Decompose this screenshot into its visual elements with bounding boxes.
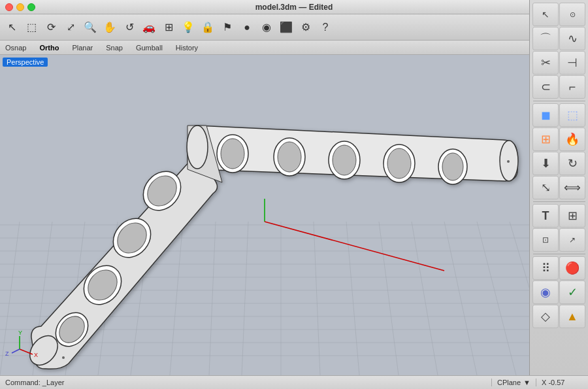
svg-line-16 xyxy=(170,222,183,375)
svg-line-17 xyxy=(209,222,216,375)
svg-text:Z: Z xyxy=(5,350,9,357)
mirror-btn[interactable]: ⟺ xyxy=(559,176,585,199)
viewport[interactable]: Perspective xyxy=(0,55,529,375)
tool-btn-6[interactable]: ↺ xyxy=(120,18,139,37)
viewport-label: Perspective xyxy=(3,58,48,67)
svg-point-35 xyxy=(278,142,301,172)
panel-divider xyxy=(533,201,585,202)
toolbar: ↖⬚⟳⤢🔍✋↺🚗⊞💡🔒⚑●◉⬛⚙? xyxy=(0,14,529,41)
svg-line-18 xyxy=(242,222,248,375)
rotate3d-btn[interactable]: ↻ xyxy=(559,152,585,175)
titlebar: model.3dm — Edited xyxy=(0,0,588,14)
text-btn[interactable]: T xyxy=(532,204,559,228)
statusbar-item-history[interactable]: History xyxy=(176,44,198,52)
statusbar-item-planar[interactable]: Planar xyxy=(72,44,93,52)
tool-btn-5[interactable]: ✋ xyxy=(101,18,119,37)
group-red-btn[interactable]: 🔴 xyxy=(559,256,585,280)
scale-btn[interactable]: ⤡ xyxy=(532,176,559,199)
tool-btn-13[interactable]: ◉ xyxy=(257,18,276,37)
panel-divider xyxy=(533,101,585,101)
tool-btn-14[interactable]: ⬛ xyxy=(277,18,295,37)
tool-btn-2[interactable]: ⟳ xyxy=(42,18,60,37)
curve-btn[interactable]: ⌒ xyxy=(532,27,559,50)
svg-line-24 xyxy=(444,222,477,375)
tool-btn-11[interactable]: ⚑ xyxy=(218,18,237,37)
svg-line-28 xyxy=(265,222,444,271)
mesh-btn[interactable]: ⊞ xyxy=(532,127,559,151)
tool-btn-1[interactable]: ⬚ xyxy=(22,18,41,37)
right-panel-row: ⊂ ⌐ xyxy=(531,75,587,99)
traffic-lights xyxy=(5,3,35,11)
trim-btn[interactable]: ✂ xyxy=(532,51,559,75)
tool-btn-8[interactable]: ⊞ xyxy=(159,18,178,37)
right-panel-row: ⬇ ↻ xyxy=(531,152,587,175)
statusbar-item-ortho[interactable]: Ortho xyxy=(39,44,59,52)
svg-text:X: X xyxy=(34,352,38,358)
right-panel-row: ⊡ ↗ xyxy=(531,228,587,252)
svg-line-25 xyxy=(477,222,516,375)
tool-btn-12[interactable]: ● xyxy=(238,18,256,37)
solid-btn[interactable]: ◼ xyxy=(532,103,559,127)
command-label: Command: _Layer xyxy=(0,379,491,386)
array-btn[interactable]: ⠿ xyxy=(532,256,559,280)
cplane-dropdown-icon[interactable]: ▼ xyxy=(523,379,531,386)
svg-line-22 xyxy=(379,222,399,375)
offset-btn[interactable]: ⊂ xyxy=(532,75,559,99)
right-panel-row: ⠿ 🔴 xyxy=(531,256,587,280)
tool-btn-3[interactable]: ⤢ xyxy=(61,18,80,37)
right-panel-row: ⤡ ⟺ xyxy=(531,176,587,199)
svg-point-41 xyxy=(442,153,463,180)
statusbar-item-gumball[interactable]: Gumball xyxy=(136,44,163,52)
svg-line-23 xyxy=(412,222,438,375)
right-panel-row: ◼ ⬚ xyxy=(531,103,587,127)
coordinates: X -0.57 xyxy=(542,379,564,386)
cplane-section: CPlane ▼ xyxy=(491,379,536,386)
maximize-button[interactable] xyxy=(27,3,35,11)
tool-btn-4[interactable]: 🔍 xyxy=(81,18,99,37)
right-panel-row: ◇ ▲ xyxy=(531,305,587,328)
close-button[interactable] xyxy=(5,3,13,11)
move-btn[interactable]: ⬇ xyxy=(532,152,559,175)
bottombar: Command: _Layer CPlane ▼ X -0.57 xyxy=(0,375,588,389)
statusbar-item-snap[interactable]: Snap xyxy=(106,44,123,52)
cplane-label: CPlane xyxy=(497,379,521,386)
extend-btn[interactable]: ⊣ xyxy=(559,51,585,75)
tool-btn-15[interactable]: ⚙ xyxy=(297,18,315,37)
svg-point-29 xyxy=(187,126,208,169)
check-btn[interactable]: ✓ xyxy=(559,280,585,304)
tool-btn-0[interactable]: ↖ xyxy=(3,18,21,37)
right-panel-row: ◉ ✓ xyxy=(531,280,587,304)
render-btn[interactable]: ◉ xyxy=(532,280,559,304)
dim-btn[interactable]: ⊡ xyxy=(532,228,559,252)
svg-point-51 xyxy=(507,160,510,163)
right-panel: ↖ ⊙ ⌒ ∿ ✂ ⊣ ⊂ ⌐ ◼ ⬚ ⊞ 🔥 ⬇ ↻ ⤡ ⟺ T ⊞ ⊡ ↗ … xyxy=(529,0,588,375)
triangle-btn[interactable]: ▲ xyxy=(559,305,585,328)
window-title: model.3dm — Edited xyxy=(255,3,333,12)
minimize-button[interactable] xyxy=(16,3,24,11)
surface-btn[interactable]: ⬚ xyxy=(559,103,585,127)
svg-line-11 xyxy=(0,222,20,375)
coords-section: X -0.57 xyxy=(536,379,588,386)
svg-line-26 xyxy=(510,222,529,375)
svg-text:Y: Y xyxy=(18,330,22,336)
statusbar-item-osnap[interactable]: Osnap xyxy=(5,44,26,52)
svg-point-50 xyxy=(62,356,65,359)
tool-btn-9[interactable]: 💡 xyxy=(179,18,197,37)
circle-tool-btn[interactable]: ⊙ xyxy=(559,3,585,26)
flame-btn[interactable]: 🔥 xyxy=(559,127,585,151)
spline-btn[interactable]: ∿ xyxy=(559,27,585,50)
svg-point-33 xyxy=(221,139,244,169)
right-panel-row: ⌒ ∿ xyxy=(531,27,587,50)
svg-line-54 xyxy=(12,349,20,353)
hatch-btn[interactable]: ⊞ xyxy=(559,204,585,228)
statusbar: OsnapOrthoPlanarSnapGumballHistory xyxy=(0,41,529,55)
tool-btn-10[interactable]: 🔒 xyxy=(199,18,217,37)
cursor-tool-btn[interactable]: ↖ xyxy=(532,3,559,26)
right-panel-row: ⊞ 🔥 xyxy=(531,127,587,151)
diamond-btn[interactable]: ◇ xyxy=(532,305,559,328)
fillet-btn[interactable]: ⌐ xyxy=(559,75,585,99)
svg-point-37 xyxy=(333,145,356,175)
tool-btn-16[interactable]: ? xyxy=(316,18,335,37)
tool-btn-7[interactable]: 🚗 xyxy=(140,18,158,37)
leader-btn[interactable]: ↗ xyxy=(559,228,585,252)
